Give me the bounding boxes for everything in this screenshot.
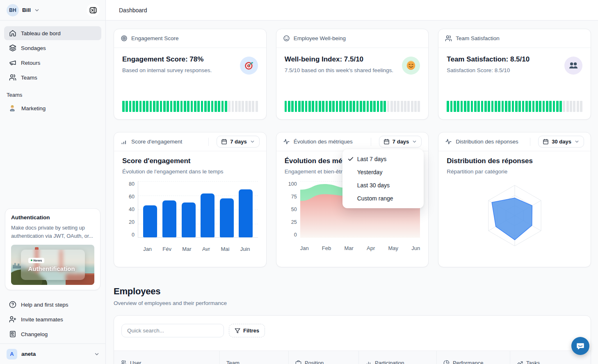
main-area: Dashboard Engagement Score Engagement Sc… — [106, 0, 598, 364]
smiling-face-emoji-icon — [402, 57, 420, 75]
response-distribution-card: Distribution des réponses 30 days — [438, 132, 591, 267]
promo-image: News Authentification — [11, 245, 94, 285]
sidebar-item-help[interactable]: Help and first steps — [4, 298, 101, 312]
employees-subtitle: Overview of employees and their performa… — [114, 300, 591, 306]
megaphone-icon — [9, 59, 16, 66]
menu-item-yesterday[interactable]: Yesterday — [342, 166, 424, 179]
area-chart-x-axis: JanFebMarAprMayJun — [285, 243, 420, 251]
account-name: aneta — [21, 351, 90, 357]
card-label: Team Satisfaction — [456, 35, 500, 41]
metrics-evolution-card: Évolution des métriques 7 days — [276, 132, 429, 267]
chevron-down-icon — [94, 351, 100, 357]
engagement-score-card: Engagement Score Engagement Score: 78% B… — [114, 29, 267, 120]
date-range-button[interactable]: 7 days — [217, 136, 259, 148]
sidebar-item-feedback[interactable]: Retours — [4, 56, 101, 70]
sidebar-item-changelog[interactable]: Changelog — [4, 327, 101, 341]
promo-image-title: Authentification — [28, 265, 75, 272]
wellbeing-progress-bar — [285, 101, 420, 112]
calendar-icon — [543, 139, 549, 145]
bar-chart-icon — [365, 360, 372, 364]
sidebar-footer-nav: Help and first steps Invite teammates Ch… — [0, 296, 105, 344]
chart-subtitle: Évolution de l'engagement dans le temps — [122, 168, 258, 175]
sidebar: BH Bill Tableau de bord — [0, 0, 106, 364]
sidebar-item-label: Help and first steps — [21, 302, 68, 308]
stat-subtitle: Satisfaction Score: 8.5/10 — [447, 67, 530, 73]
bar-Mar — [182, 202, 196, 237]
smiley-icon — [283, 35, 290, 42]
sidebar-item-invite[interactable]: Invite teammates — [4, 312, 101, 326]
target-emoji-icon — [240, 57, 258, 75]
bar-Jan — [143, 205, 157, 237]
menu-item-last-30-days[interactable]: Last 30 days — [342, 179, 424, 192]
check-icon — [347, 156, 354, 162]
radar-chart — [447, 180, 582, 267]
date-range-menu: Last 7 days Yesterday Last 30 days Custo… — [342, 149, 424, 208]
bar-chart-plot — [138, 181, 258, 238]
column-header-user[interactable]: User — [114, 351, 219, 364]
authentication-promo-card[interactable]: Authentication Make docs private by sett… — [5, 208, 100, 290]
calendar-icon — [221, 139, 227, 145]
chevron-down-icon — [34, 7, 40, 13]
chart-title: Score d'engagement — [122, 157, 258, 165]
engagement-chart-card: Score d'engagement 7 days — [114, 132, 267, 267]
sidebar-collapse-button[interactable] — [87, 4, 100, 17]
sidebar-item-team-marketing[interactable]: Marketing — [0, 101, 105, 115]
chart-cards-row: Score d'engagement 7 days — [114, 132, 591, 267]
briefcase-icon — [295, 360, 301, 364]
engagement-progress-bar — [122, 101, 258, 112]
page-title: Dashboard — [119, 7, 147, 14]
sidebar-item-surveys[interactable]: Sondages — [4, 41, 101, 55]
chart-title: Distribution des réponses — [447, 157, 582, 165]
date-range-button[interactable]: 7 days — [379, 136, 422, 148]
card-label: Évolution des métriques — [294, 139, 353, 145]
sidebar-nav: Tableau de bord Sondages Retours Teams — [0, 20, 105, 86]
menu-item-custom-range[interactable]: Custom range — [342, 192, 424, 205]
sidebar-item-label: Invite teammates — [21, 316, 63, 323]
funnel-icon — [235, 328, 240, 334]
date-range-label: 7 days — [393, 139, 409, 145]
sidebar-item-label: Tableau de bord — [21, 30, 61, 36]
chat-launcher-button[interactable] — [571, 337, 589, 355]
bar-Fév — [162, 200, 176, 237]
sidebar-item-teams[interactable]: Teams — [4, 71, 101, 84]
technologist-emoji-icon — [8, 104, 16, 112]
workspace-switcher[interactable]: BH Bill — [0, 0, 105, 20]
app-root: BH Bill Tableau de bord — [0, 0, 598, 364]
date-range-label: 30 days — [552, 139, 571, 145]
card-label: Engagement Score — [131, 35, 179, 41]
column-header-performance[interactable]: Performance — [436, 351, 510, 364]
green-dot-icon — [31, 259, 32, 261]
sidebar-item-dashboard[interactable]: Tableau de bord — [4, 26, 101, 40]
column-header-team[interactable]: Team — [219, 351, 288, 364]
workspace-avatar: BH — [7, 4, 19, 16]
card-label: Distribution des réponses — [456, 139, 518, 145]
stat-title: Team Satisfaction: 8.5/10 — [447, 55, 530, 64]
card-label: Employee Well-being — [294, 35, 346, 41]
satisfaction-progress-bar — [447, 101, 582, 112]
target-icon — [121, 35, 128, 42]
column-header-position[interactable]: Position — [288, 351, 358, 364]
account-switcher[interactable]: A aneta — [0, 344, 105, 364]
trending-up-icon — [517, 360, 523, 364]
workspace-name: Bill — [22, 7, 31, 13]
filters-label: Filtres — [243, 328, 259, 334]
users-icon — [121, 360, 127, 364]
sidebar-item-label: Sondages — [21, 45, 46, 51]
stat-subtitle: Based on internal survey responses. — [122, 67, 212, 73]
promo-title: Authentication — [11, 214, 94, 221]
column-header-participation[interactable]: Participation — [358, 351, 436, 364]
stat-title: Engagement Score: 78% — [122, 55, 212, 64]
search-input[interactable] — [121, 324, 224, 337]
account-avatar: A — [7, 349, 17, 359]
date-range-button[interactable]: 30 days — [538, 136, 584, 148]
bar-Mai — [220, 198, 234, 237]
menu-item-last-7-days[interactable]: Last 7 days — [342, 152, 424, 166]
help-circle-icon — [9, 301, 16, 308]
chat-bubble-icon — [576, 341, 585, 350]
table-header-row: User Team Position — [114, 350, 591, 364]
filters-button[interactable]: Filtres — [229, 324, 265, 337]
bar-chart-icon — [121, 138, 128, 145]
area-chart-y-axis: 1007550250 — [285, 181, 297, 243]
stat-cards-row: Engagement Score Engagement Score: 78% B… — [114, 29, 591, 120]
chevron-down-icon — [574, 139, 580, 144]
